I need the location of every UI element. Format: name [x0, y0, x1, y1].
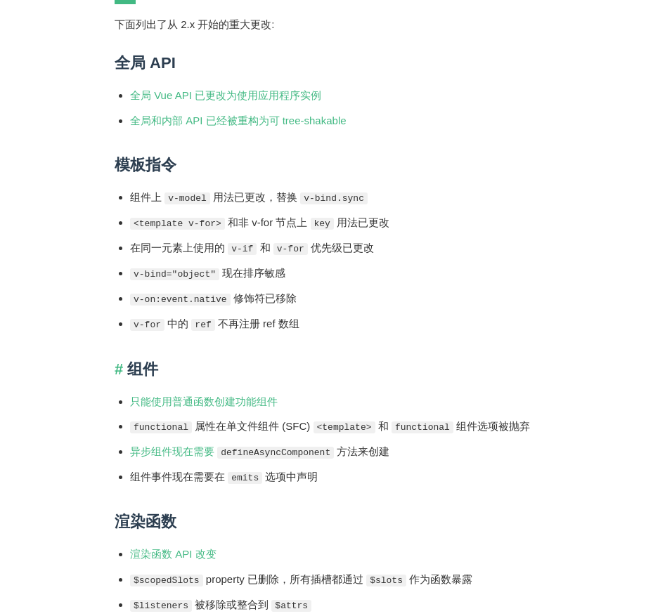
list-item: 在同一元素上使用的 v-if 和 v-for 优先级已更改 — [130, 239, 557, 257]
inline-text: 不再注册 ref 数组 — [215, 317, 299, 329]
intro-paragraph: 下面列出了从 2.x 开始的重大更改: — [115, 18, 557, 32]
inline-text: 在同一元素上使用的 — [130, 242, 228, 254]
inline-text: 和非 — [225, 216, 252, 228]
inline-code: v-on:event.native — [130, 294, 231, 306]
content-link[interactable]: 全局和内部 API 已经被重构为可 tree-shakable — [130, 114, 347, 126]
inline-code: v-bind.sync — [300, 192, 368, 204]
inline-text: 用法已更改 — [334, 216, 389, 228]
inline-code: v-bind="object" — [130, 268, 219, 280]
inline-code: v-model — [164, 192, 210, 204]
inline-text: 现在排序敏感 — [219, 267, 285, 279]
list-item: 只能使用普通函数创建功能组件 — [130, 393, 557, 411]
inline-text: 和 — [375, 420, 392, 432]
section-title-template-directives: 模板指令 — [115, 155, 557, 176]
section-template-directives: 模板指令组件上 v-model 用法已更改，替换 v-bind.sync<tem… — [115, 155, 557, 334]
inline-code: emits — [228, 472, 262, 484]
inline-text: 属性在单文件组件 (SFC) — [192, 420, 314, 432]
inline-text: 节点上 — [273, 216, 310, 228]
list-item: v-on:event.native 修饰符已移除 — [130, 289, 557, 308]
list-item: $scopedSlots property 已删除，所有插槽都通过 $slots… — [130, 570, 557, 589]
inline-text: 选项中声明 — [262, 471, 318, 483]
section-title-render-functions: 渲染函数 — [115, 511, 557, 532]
inline-text: 方法来创建 — [334, 445, 389, 457]
inline-code: $scopedSlots — [130, 575, 203, 586]
inline-code: v-for — [273, 243, 308, 255]
inline-text: property 已删除，所有插槽都通过 — [203, 573, 367, 585]
list-item: 异步组件现在需要 defineAsyncComponent 方法来创建 — [130, 443, 557, 461]
inline-code: key — [311, 218, 334, 230]
main-content: 下面列出了从 2.x 开始的重大更改: 全局 API全局 Vue API 已更改… — [0, 4, 672, 616]
section-list-render-functions: 渲染函数 API 改变$scopedSlots property 已删除，所有插… — [115, 545, 557, 616]
section-components: #组件只能使用普通函数创建功能组件functional 属性在单文件组件 (SF… — [115, 359, 557, 487]
inline-text: 组件上 — [130, 191, 164, 203]
list-item: 全局 Vue API 已更改为使用应用程序实例 — [130, 86, 557, 105]
inline-text: 作为函数暴露 — [406, 573, 472, 585]
content-link[interactable]: 渲染函数 API 改变 — [130, 548, 217, 560]
inline-text: 和 — [257, 242, 273, 254]
inline-code: functional — [130, 421, 192, 433]
inline-code: functional — [392, 421, 453, 433]
section-list-template-directives: 组件上 v-model 用法已更改，替换 v-bind.sync<templat… — [115, 188, 557, 334]
section-title-components: #组件 — [115, 359, 557, 380]
content-link[interactable]: 全局 Vue API 已更改为使用应用程序实例 — [130, 89, 321, 101]
inline-text: 优先级已更改 — [308, 242, 374, 254]
inline-text: 组件事件现在需要在 — [130, 471, 228, 483]
inline-code: $attrs — [271, 600, 311, 612]
inline-text: 修饰符已移除 — [231, 292, 297, 304]
section-title-global-api: 全局 API — [115, 53, 557, 74]
section-global-api: 全局 API全局 Vue API 已更改为使用应用程序实例全局和内部 API 已… — [115, 53, 557, 129]
content-link[interactable]: 只能使用普通函数创建功能组件 — [130, 395, 278, 407]
inline-text: 组件选项被抛弃 — [453, 420, 530, 432]
sections-container: 全局 API全局 Vue API 已更改为使用应用程序实例全局和内部 API 已… — [115, 53, 557, 616]
list-item: $listeners 被移除或整合到 $attrs — [130, 596, 557, 614]
inline-code: ref — [191, 319, 214, 331]
section-list-components: 只能使用普通函数创建功能组件functional 属性在单文件组件 (SFC) … — [115, 393, 557, 487]
list-item: <template v-for> 和非 v-for 节点上 key 用法已更改 — [130, 214, 557, 232]
inline-text: 用法已更改，替换 — [210, 191, 300, 203]
list-item: 组件事件现在需要在 emits 选项中声明 — [130, 468, 557, 486]
inline-code: defineAsyncComponent — [217, 447, 334, 459]
inline-code: $slots — [366, 575, 406, 586]
inline-code: <template> — [314, 421, 375, 433]
section-list-global-api: 全局 Vue API 已更改为使用应用程序实例全局和内部 API 已经被重构为可… — [115, 86, 557, 129]
inline-code: v-for — [130, 319, 164, 331]
inline-code: <template v-for> — [130, 218, 225, 230]
inline-code: v-if — [228, 243, 257, 255]
list-item: functional 属性在单文件组件 (SFC) <template> 和 f… — [130, 417, 557, 435]
inline-text: v-for — [252, 216, 273, 228]
inline-code: $listeners — [130, 600, 192, 612]
inline-text: 被移除或整合到 — [192, 598, 271, 610]
inline-text: 中的 — [164, 317, 191, 329]
list-item: v-for 中的 ref 不再注册 ref 数组 — [130, 315, 557, 333]
content-link[interactable]: 异步组件现在需要 — [130, 445, 217, 457]
section-render-functions: 渲染函数渲染函数 API 改变$scopedSlots property 已删除… — [115, 511, 557, 616]
hash-icon: # — [115, 360, 123, 379]
list-item: 全局和内部 API 已经被重构为可 tree-shakable — [130, 112, 557, 130]
list-item: 组件上 v-model 用法已更改，替换 v-bind.sync — [130, 188, 557, 207]
list-item: 渲染函数 API 改变 — [130, 545, 557, 563]
list-item: v-bind="object" 现在排序敏感 — [130, 264, 557, 282]
